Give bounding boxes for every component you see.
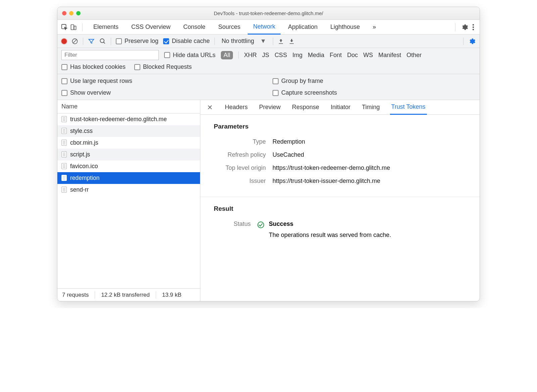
filter-font[interactable]: Font (330, 52, 342, 59)
detail-tab-preview[interactable]: Preview (258, 100, 282, 115)
status-description: The operations result was served from ca… (269, 232, 391, 239)
device-toolbar-icon[interactable] (70, 23, 77, 31)
filter-media[interactable]: Media (308, 52, 324, 59)
has-blocked-cookies-checkbox[interactable]: Has blocked cookies (61, 63, 126, 70)
param-row: Top level originhttps://trust-token-rede… (214, 164, 466, 172)
tabs-overflow[interactable]: » (367, 20, 381, 35)
param-row: Refresh policyUseCached (214, 151, 466, 158)
file-icon (61, 151, 67, 157)
capture-screenshots-checkbox[interactable]: Capture screenshots (273, 89, 476, 96)
network-options: Use large request rows Show overview Gro… (57, 74, 480, 100)
detail-tab-initiator[interactable]: Initiator (329, 100, 352, 115)
param-row: Issuerhttps://trust-token-issuer-demo.gl… (214, 178, 466, 185)
filter-css[interactable]: CSS (275, 52, 287, 59)
parameters-title: Parameters (214, 123, 466, 130)
tab-network[interactable]: Network (248, 20, 281, 35)
detail-body: Parameters TypeRedemption Refresh policy… (200, 115, 480, 301)
detail-tab-trust-tokens[interactable]: Trust Tokens (390, 100, 427, 115)
download-icon[interactable] (289, 38, 295, 44)
status-size: 13.9 kB (162, 292, 182, 298)
result-row: Status Success The operations result was… (214, 220, 466, 239)
show-overview-checkbox[interactable]: Show overview (61, 89, 264, 96)
window-title: DevTools - trust-token-redeemer-demo.gli… (57, 10, 480, 16)
filter-doc[interactable]: Doc (347, 52, 358, 59)
filter-input[interactable] (61, 50, 159, 60)
throttling-select[interactable]: No throttling ▼ (219, 37, 268, 45)
blocked-requests-checkbox[interactable]: Blocked Requests (134, 63, 192, 70)
filter-bar: Hide data URLs All XHR JS CSS Img Media … (57, 48, 480, 74)
search-icon[interactable] (99, 38, 106, 45)
detail-panel: ✕ Headers Preview Response Initiator Tim… (200, 100, 480, 301)
status-bar: 7 requests 12.2 kB transferred 13.9 kB (57, 288, 200, 301)
filter-manifest[interactable]: Manifest (378, 52, 401, 59)
filter-ws[interactable]: WS (363, 52, 373, 59)
param-row: TypeRedemption (214, 138, 466, 145)
filter-xhr[interactable]: XHR (244, 52, 257, 59)
titlebar: DevTools - trust-token-redeemer-demo.gli… (57, 7, 480, 20)
svg-point-3 (473, 24, 474, 25)
detail-tab-timing[interactable]: Timing (360, 100, 381, 115)
detail-tabs: ✕ Headers Preview Response Initiator Tim… (200, 100, 480, 115)
tab-elements[interactable]: Elements (88, 20, 124, 35)
filter-icon[interactable] (88, 38, 95, 45)
separator (82, 23, 83, 31)
svg-rect-1 (71, 24, 74, 30)
request-row[interactable]: trust-token-redeemer-demo.glitch.me (57, 113, 200, 125)
record-icon[interactable] (61, 39, 67, 44)
gear-icon[interactable] (461, 23, 468, 31)
chevron-down-icon: ▼ (260, 38, 266, 45)
status-requests: 7 requests (62, 292, 89, 298)
request-row[interactable]: cbor.min.js (57, 137, 200, 149)
file-icon (61, 128, 67, 134)
filter-img[interactable]: Img (292, 52, 302, 59)
requests-header: Name (57, 100, 200, 113)
clear-icon[interactable] (71, 38, 78, 45)
close-detail-icon[interactable]: ✕ (205, 103, 215, 111)
file-icon (61, 175, 67, 181)
request-row[interactable]: script.js (57, 149, 200, 160)
request-row[interactable]: send-rr (57, 184, 200, 196)
upload-icon[interactable] (278, 38, 284, 44)
filter-js[interactable]: JS (262, 52, 269, 59)
traffic-lights (62, 11, 81, 15)
network-settings-gear-icon[interactable] (468, 38, 476, 45)
success-check-icon (257, 222, 264, 228)
svg-point-8 (100, 39, 104, 43)
group-by-frame-checkbox[interactable]: Group by frame (273, 78, 476, 85)
status-value: Success (269, 220, 391, 228)
filter-all[interactable]: All (221, 51, 233, 59)
zoom-icon[interactable] (76, 11, 81, 15)
requests-panel: Name trust-token-redeemer-demo.glitch.me… (57, 100, 200, 301)
parameters-section: Parameters TypeRedemption Refresh policy… (200, 115, 480, 197)
tab-application[interactable]: Application (283, 20, 323, 35)
request-row[interactable]: style.css (57, 125, 200, 137)
tab-lighthouse[interactable]: Lighthouse (325, 20, 365, 35)
main-split: Name trust-token-redeemer-demo.glitch.me… (57, 100, 480, 301)
kebab-menu-icon[interactable] (470, 23, 476, 31)
minimize-icon[interactable] (69, 11, 74, 15)
request-row[interactable]: favicon.ico (57, 160, 200, 172)
inspect-element-icon[interactable] (61, 23, 68, 31)
file-icon (61, 187, 67, 193)
disable-cache-checkbox[interactable]: Disable cache (163, 38, 210, 45)
hide-data-urls-checkbox[interactable]: Hide data URLs (164, 52, 215, 59)
filter-other[interactable]: Other (406, 52, 422, 59)
separator (455, 23, 455, 31)
request-list: trust-token-redeemer-demo.glitch.me styl… (57, 113, 200, 288)
close-icon[interactable] (62, 11, 66, 15)
preserve-log-checkbox[interactable]: Preserve log (116, 38, 158, 45)
file-icon (61, 163, 67, 169)
detail-tab-headers[interactable]: Headers (224, 100, 249, 115)
status-transferred: 12.2 kB transferred (101, 292, 150, 298)
request-row-selected[interactable]: redemption (57, 172, 200, 184)
network-toolbar: Preserve log Disable cache No throttling… (57, 35, 480, 48)
result-section: Result Status Success The operations res… (200, 197, 480, 251)
svg-point-5 (473, 29, 474, 30)
tab-css-overview[interactable]: CSS Overview (126, 20, 176, 35)
tab-console[interactable]: Console (178, 20, 211, 35)
file-icon (61, 116, 67, 122)
panel-tabs: Elements CSS Overview Console Sources Ne… (57, 20, 480, 35)
use-large-rows-checkbox[interactable]: Use large request rows (61, 78, 264, 85)
detail-tab-response[interactable]: Response (291, 100, 321, 115)
tab-sources[interactable]: Sources (213, 20, 246, 35)
